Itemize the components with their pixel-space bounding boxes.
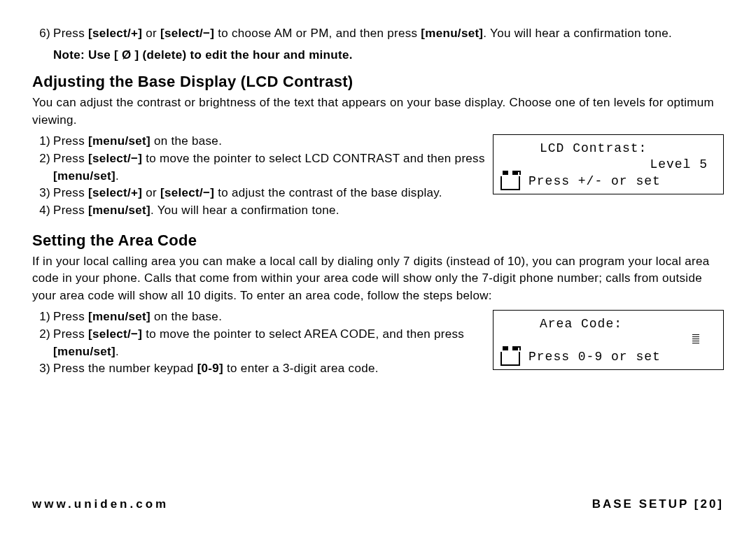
- list-item: 4) Press [menu/set]. You will hear a con…: [32, 202, 486, 220]
- t: to adjust the contrast of the base displ…: [214, 186, 442, 199]
- t: .: [115, 345, 119, 358]
- steps-lcd-contrast: 1) Press [menu/set] on the base. 2) Pres…: [32, 133, 493, 219]
- cursor-icon: [692, 334, 699, 344]
- battery-icon: [500, 173, 522, 190]
- t: . You will hear a confirmation tone.: [483, 27, 672, 40]
- t: to enter a 3-digit area code.: [223, 362, 379, 375]
- step-number: 3): [32, 185, 53, 202]
- t: Press: [53, 327, 88, 341]
- t: Press: [53, 204, 88, 217]
- key-select-plus: [select/+]: [88, 27, 142, 40]
- list-item: 1) Press [menu/set] on the base.: [32, 308, 486, 326]
- t: Press: [53, 310, 88, 323]
- lcd-line: Press +/- or set: [500, 173, 716, 190]
- key-select-minus: [select/−]: [160, 186, 214, 199]
- key-menu-set: [menu/set]: [421, 27, 483, 40]
- t: to move the pointer to select LCD CONTRA…: [142, 152, 485, 165]
- step-text: Press [select/+] or [select/−] to choose…: [53, 25, 724, 43]
- step-text: Press the number keypad [0-9] to enter a…: [53, 360, 486, 378]
- heading-area-code: Setting the Area Code: [32, 229, 724, 252]
- key-num-pad: [0-9]: [197, 362, 223, 375]
- step-number: 1): [32, 133, 53, 150]
- t: Press the number keypad: [53, 362, 197, 375]
- page-footer: www.uniden.com BASE SETUP [20]: [32, 496, 724, 513]
- list-item: 2) Press [select/−] to move the pointer …: [32, 150, 486, 185]
- step-text: Press [select/−] to move the pointer to …: [53, 150, 486, 185]
- t: to choose AM or PM, and then press: [214, 27, 421, 40]
- t: . You will hear a confirmation tone.: [150, 204, 340, 217]
- t: Press: [53, 27, 88, 40]
- steps-area-code: 1) Press [menu/set] on the base. 2) Pres…: [32, 308, 493, 378]
- step-number: 1): [32, 308, 53, 326]
- t: on the base.: [150, 310, 222, 323]
- step-text: Press [menu/set] on the base.: [53, 308, 486, 326]
- heading-lcd-contrast: Adjusting the Base Display (LCD Contrast…: [32, 71, 724, 93]
- step-number: 2): [32, 326, 53, 343]
- key-menu-set: [menu/set]: [88, 310, 150, 323]
- step-text: Press [select/+] or [select/−] to adjust…: [53, 185, 486, 202]
- key-select-minus: [select/−]: [88, 152, 142, 165]
- lcd-text: Press 0-9 or set: [528, 349, 661, 365]
- t: or: [142, 27, 160, 40]
- lcd-preview-area-code: Area Code: Press 0-9 or set: [493, 310, 724, 370]
- key-select-plus: [select/+]: [88, 186, 142, 199]
- t: on the base.: [150, 134, 222, 148]
- step-number: 2): [32, 150, 53, 168]
- t: Press: [53, 134, 88, 148]
- intro-area-code: If in your local calling area you can ma…: [32, 253, 724, 305]
- t: or: [142, 186, 160, 199]
- lcd-line: LCD Contrast:: [500, 141, 716, 157]
- step-text: Press [select/−] to move the pointer to …: [53, 326, 486, 360]
- step-6: 6) Press [select/+] or [select/−] to cho…: [32, 25, 724, 43]
- step-number: 4): [32, 202, 53, 220]
- lcd-line: [500, 332, 716, 348]
- key-menu-set: [menu/set]: [88, 134, 150, 148]
- t: to move the pointer to select AREA CODE,…: [142, 327, 464, 341]
- key-select-minus: [select/−]: [160, 27, 214, 40]
- step-text: Press [menu/set] on the base.: [53, 133, 486, 150]
- key-select-minus: [select/−]: [88, 327, 142, 341]
- intro-lcd-contrast: You can adjust the contrast or brightnes…: [32, 94, 724, 129]
- key-menu-set: [menu/set]: [53, 169, 115, 183]
- key-menu-set: [menu/set]: [88, 204, 150, 217]
- footer-url: www.uniden.com: [32, 496, 169, 513]
- lcd-preview-contrast: LCD Contrast: Level 5 Press +/- or set: [493, 134, 724, 194]
- list-item: 1) Press [menu/set] on the base.: [32, 133, 486, 150]
- list-item: 2) Press [select/−] to move the pointer …: [32, 326, 486, 360]
- step-text: Press [menu/set]. You will hear a confir…: [53, 202, 486, 220]
- lcd-text: Press +/- or set: [528, 173, 661, 190]
- step-number: 6): [32, 25, 53, 43]
- lcd-line: Press 0-9 or set: [500, 349, 716, 366]
- battery-icon: [500, 349, 522, 366]
- footer-page: BASE SETUP [20]: [592, 496, 724, 513]
- note-delete-edit: Note: Use [ Ø ] (delete) to edit the hou…: [53, 47, 724, 64]
- list-item: 3) Press the number keypad [0-9] to ente…: [32, 360, 486, 378]
- list-item: 3) Press [select/+] or [select/−] to adj…: [32, 185, 486, 202]
- t: .: [115, 169, 119, 183]
- lcd-line: Level 5: [500, 157, 716, 173]
- t: Press: [53, 186, 88, 199]
- lcd-line: Area Code:: [500, 316, 716, 332]
- t: Press: [53, 152, 88, 165]
- key-menu-set: [menu/set]: [53, 345, 115, 358]
- step-number: 3): [32, 360, 53, 378]
